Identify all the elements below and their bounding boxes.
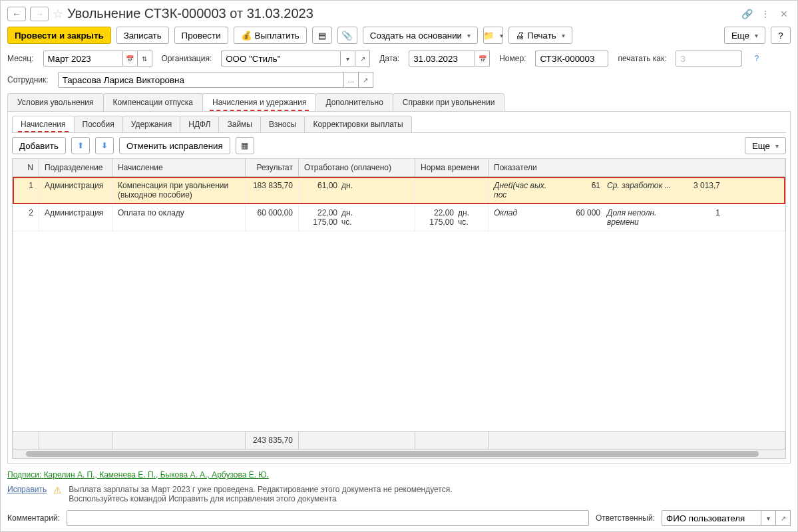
date-label: Дата: xyxy=(379,54,399,63)
table-settings-button[interactable]: ▦ xyxy=(236,137,254,154)
open-ref-icon[interactable]: ↗ xyxy=(359,72,373,88)
warning-text: Выплата зарплаты за Март 2023 г уже пров… xyxy=(69,485,495,503)
signatures-link[interactable]: Подписи: Карелин А. П., Каменева Е. П., … xyxy=(7,470,269,479)
close-icon[interactable]: ✕ xyxy=(777,7,791,21)
save-button[interactable]: Записать xyxy=(116,27,169,44)
signatures-row: Подписи: Карелин А. П., Каменева Е. П., … xyxy=(7,470,791,479)
favorite-star-icon[interactable]: ☆ xyxy=(53,7,63,21)
table-row[interactable]: 1 Администрация Компенсация при увольнен… xyxy=(13,177,785,204)
calendar-icon[interactable]: 📅 xyxy=(475,51,490,66)
org-input[interactable] xyxy=(221,51,341,66)
org-label: Организация: xyxy=(162,54,212,63)
horizontal-scrollbar[interactable] xyxy=(13,449,785,458)
pay-button[interactable]: 💰Выплатить xyxy=(234,27,307,44)
col-norm[interactable]: Норма времени xyxy=(415,159,489,176)
subtab-corrections[interactable]: Корректировки выплаты xyxy=(304,116,411,132)
add-row-button[interactable]: Добавить xyxy=(12,137,66,154)
main-tabs: Условия увольнения Компенсации отпуска Н… xyxy=(7,93,791,112)
folder-icon: 📁 xyxy=(483,31,495,41)
col-res[interactable]: Результат xyxy=(246,159,299,176)
nav-forward-button[interactable]: → xyxy=(30,7,49,21)
number-label: Номер: xyxy=(499,54,526,63)
open-ref-icon[interactable]: ↗ xyxy=(355,51,370,66)
month-label: Месяц: xyxy=(7,54,34,63)
col-n[interactable]: N xyxy=(13,159,39,176)
col-acc[interactable]: Начисление xyxy=(112,159,246,176)
printer-icon: 🖨 xyxy=(516,31,524,41)
tab-accruals[interactable]: Начисления и удержания xyxy=(202,93,316,111)
number-input[interactable] xyxy=(535,51,608,66)
subtab-accruals[interactable]: Начисления xyxy=(12,116,75,132)
employee-label: Сотрудник: xyxy=(7,75,49,84)
attachment-button[interactable]: 📎 xyxy=(337,27,357,44)
grid-body[interactable]: 1 Администрация Компенсация при увольнен… xyxy=(13,177,785,431)
spinner-icon[interactable]: ⇅ xyxy=(138,51,152,66)
subtab-deductions[interactable]: Удержания xyxy=(122,116,181,132)
tab-vacation-comp[interactable]: Компенсации отпуска xyxy=(103,93,203,111)
ellipsis-icon[interactable]: … xyxy=(344,72,359,88)
help-icon[interactable]: ? xyxy=(754,54,759,63)
window-title: Увольнение СТЗК-000003 от 31.03.2023 xyxy=(67,6,313,21)
document-icon-button[interactable]: ▤ xyxy=(312,27,332,44)
arrow-up-icon: ⬆ xyxy=(77,141,84,150)
subtab-benefits[interactable]: Пособия xyxy=(74,116,123,132)
month-input[interactable] xyxy=(43,51,123,66)
nav-back-button[interactable]: ← xyxy=(7,7,26,21)
print-button[interactable]: 🖨Печать xyxy=(508,27,572,44)
col-ind[interactable]: Показатели xyxy=(489,159,785,176)
responsible-input[interactable] xyxy=(662,510,761,526)
create-based-button[interactable]: Создать на основании xyxy=(363,27,478,44)
grid-header: N Подразделение Начисление Результат Отр… xyxy=(13,159,785,177)
paperclip-icon: 📎 xyxy=(341,31,353,41)
comment-label: Комментарий: xyxy=(7,513,60,523)
grid-footer: 243 835,70 xyxy=(13,431,785,449)
kebab-menu-icon[interactable]: ⋮ xyxy=(759,7,772,21)
warning-icon: ⚠ xyxy=(53,485,62,495)
footer-total: 243 835,70 xyxy=(246,432,299,449)
grid-icon: ▦ xyxy=(241,141,248,150)
dropdown-icon[interactable]: ▾ xyxy=(341,51,355,66)
arrow-down-icon: ⬇ xyxy=(101,141,108,150)
dropdown-icon[interactable]: ▾ xyxy=(761,510,776,526)
post-and-close-button[interactable]: Провести и закрыть xyxy=(7,27,111,44)
move-up-button[interactable]: ⬆ xyxy=(71,137,90,154)
tab-additional[interactable]: Дополнительно xyxy=(315,93,393,111)
open-ref-icon[interactable]: ↗ xyxy=(776,510,791,526)
move-down-button[interactable]: ⬇ xyxy=(95,137,114,154)
comment-input[interactable] xyxy=(67,510,589,526)
table-more-button[interactable]: Еще xyxy=(745,137,786,154)
print-as-input xyxy=(676,51,742,66)
money-icon: 💰 xyxy=(241,31,252,41)
post-button[interactable]: Провести xyxy=(174,27,228,44)
document-icon: ▤ xyxy=(318,31,326,41)
tab-references[interactable]: Справки при увольнении xyxy=(393,93,505,111)
responsible-label: Ответственный: xyxy=(596,513,655,523)
date-input[interactable] xyxy=(409,51,475,66)
subtab-ndfl[interactable]: НДФЛ xyxy=(180,116,219,132)
col-dept[interactable]: Подразделение xyxy=(39,159,112,176)
folder-button[interactable]: 📁 xyxy=(483,27,503,44)
employee-input[interactable] xyxy=(58,72,344,88)
cancel-corrections-button[interactable]: Отменить исправления xyxy=(119,137,230,154)
subtab-loans[interactable]: Займы xyxy=(218,116,261,132)
calendar-icon[interactable]: 📅 xyxy=(123,51,138,66)
more-button[interactable]: Еще xyxy=(724,27,765,44)
print-as-label: печатать как: xyxy=(618,54,666,63)
tab-conditions[interactable]: Условия увольнения xyxy=(7,93,104,111)
table-row[interactable]: 2 Администрация Оплата по окладу 60 000,… xyxy=(13,204,785,231)
sub-tabs: Начисления Пособия Удержания НДФЛ Займы … xyxy=(12,116,786,133)
link-icon[interactable]: 🔗 xyxy=(740,7,753,21)
fix-link[interactable]: Исправить xyxy=(7,485,47,494)
col-worked[interactable]: Отработано (оплачено) xyxy=(299,159,415,176)
help-button[interactable]: ? xyxy=(771,27,791,44)
subtab-contributions[interactable]: Взносы xyxy=(260,116,305,132)
